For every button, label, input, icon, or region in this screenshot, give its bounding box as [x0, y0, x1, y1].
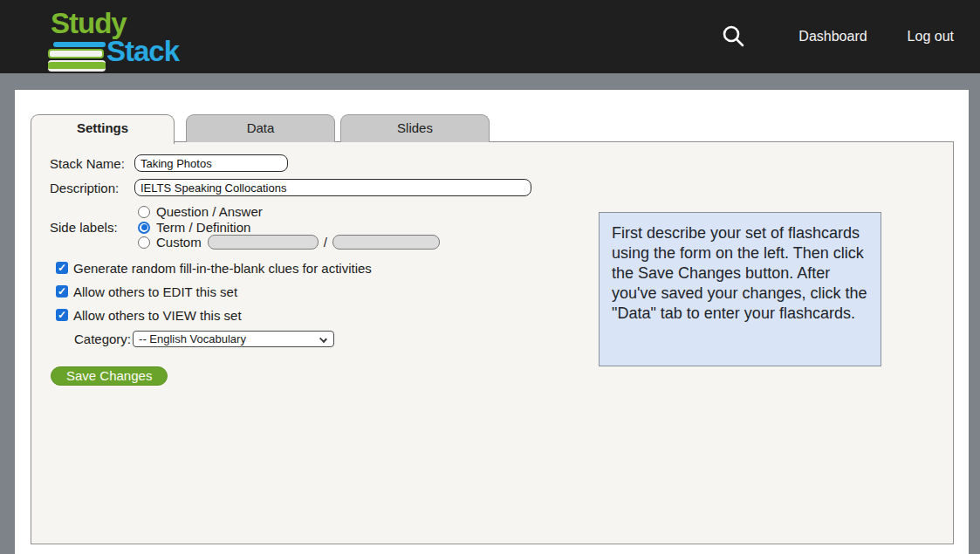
- nav-dashboard-link[interactable]: Dashboard: [798, 29, 867, 44]
- description-input[interactable]: [134, 179, 531, 196]
- tab-slides[interactable]: Slides: [340, 114, 490, 142]
- description-label: Description:: [50, 181, 134, 195]
- site-header: Study Stack Dashboard Log out: [0, 0, 980, 73]
- instructions-text: First describe your set of flashcards us…: [612, 224, 867, 322]
- content-card: Settings Data Slides Stack Name: Descrip…: [15, 90, 969, 554]
- radio-question-answer-label: Question / Answer: [156, 204, 263, 219]
- radio-question-answer[interactable]: Question / Answer: [138, 204, 263, 219]
- checkbox-allow-edit[interactable]: Allow others to EDIT this set: [56, 284, 237, 298]
- checkbox-checked-icon[interactable]: [56, 262, 68, 274]
- radio-button-icon[interactable]: [138, 236, 150, 249]
- category-row: Category: -- English Vocabulary: [74, 331, 334, 347]
- custom-side-two-input[interactable]: [332, 235, 440, 250]
- checkbox-allow-view-label: Allow others to VIEW this set: [73, 308, 242, 323]
- checkbox-allow-edit-label: Allow others to EDIT this set: [73, 284, 237, 299]
- tab-bar: Settings Data Slides: [31, 114, 490, 144]
- header-nav: Dashboard Log out: [720, 0, 954, 73]
- radio-custom[interactable]: Custom /: [138, 235, 440, 250]
- side-labels-label: Side labels:: [50, 220, 118, 235]
- checkbox-generate-clues[interactable]: Generate random fill-in-the-blank clues …: [56, 261, 372, 275]
- tab-data[interactable]: Data: [186, 114, 335, 142]
- instructions-info-box: First describe your set of flashcards us…: [599, 212, 881, 366]
- stack-name-input[interactable]: [134, 154, 288, 172]
- category-select[interactable]: -- English Vocabulary: [133, 331, 334, 347]
- radio-custom-label: Custom: [156, 235, 202, 250]
- custom-side-one-input[interactable]: [208, 235, 319, 250]
- studystack-logo[interactable]: Study Stack: [48, 5, 205, 70]
- checkbox-generate-clues-label: Generate random fill-in-the-blank clues …: [73, 261, 372, 276]
- tab-settings[interactable]: Settings: [31, 114, 175, 144]
- radio-button-icon[interactable]: [138, 206, 150, 218]
- search-icon[interactable]: [720, 24, 746, 50]
- checkbox-checked-icon[interactable]: [56, 285, 68, 298]
- stack-name-label: Stack Name:: [50, 156, 134, 171]
- checkbox-allow-view[interactable]: Allow others to VIEW this set: [56, 308, 242, 322]
- description-row: Description:: [50, 179, 531, 196]
- chevron-down-icon: [319, 335, 327, 343]
- settings-panel: Stack Name: Description: Side labels: Qu…: [31, 141, 954, 544]
- save-changes-button[interactable]: Save Changes: [51, 366, 168, 386]
- radio-button-selected-icon[interactable]: [138, 222, 150, 234]
- stack-name-row: Stack Name:: [50, 154, 288, 172]
- radio-term-definition[interactable]: Term / Definition: [138, 220, 250, 235]
- logo-text-stack: Stack: [106, 35, 179, 68]
- category-selected-value: -- English Vocabulary: [139, 332, 246, 345]
- nav-logout-link[interactable]: Log out: [908, 29, 954, 44]
- custom-separator: /: [324, 235, 327, 250]
- book-stack-icon: [48, 42, 106, 72]
- radio-term-definition-label: Term / Definition: [156, 220, 250, 235]
- checkbox-checked-icon[interactable]: [56, 309, 68, 321]
- category-label: Category:: [74, 332, 131, 346]
